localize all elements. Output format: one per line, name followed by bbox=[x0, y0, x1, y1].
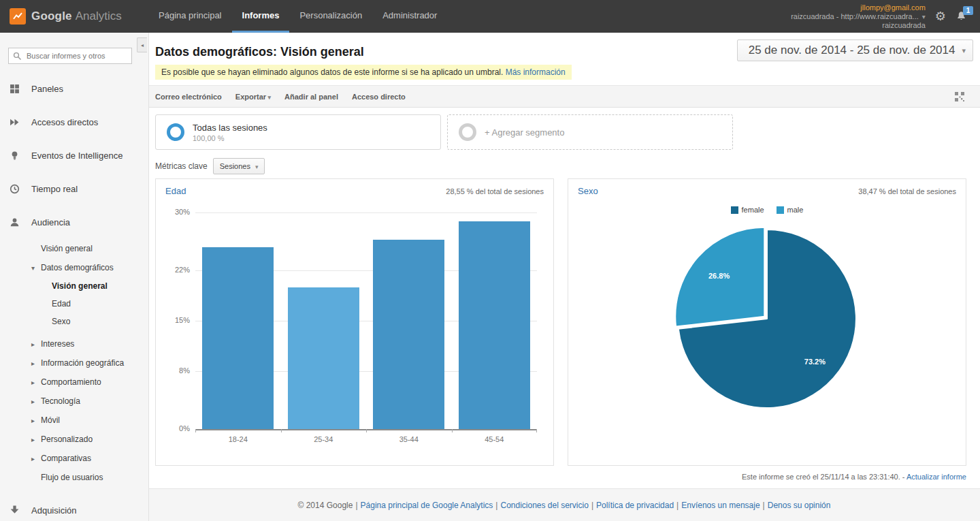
sidebar-item-label: Audiencia bbox=[31, 217, 70, 227]
bar-18-24[interactable] bbox=[202, 247, 274, 429]
legend-label: male bbox=[787, 206, 804, 214]
sidebar-item-label: Accesos directos bbox=[31, 117, 98, 127]
nav-tab-personalizacion[interactable]: Personalización bbox=[289, 0, 372, 33]
sidebar-item-label: Visión general bbox=[52, 281, 108, 291]
slice-label-female: 73.2% bbox=[804, 358, 826, 366]
sidebar-item-label: Información geográfica bbox=[41, 358, 124, 368]
account-view-label: raizcuadrada bbox=[791, 21, 926, 30]
shortcuts-icon bbox=[10, 117, 20, 128]
search-input[interactable] bbox=[8, 48, 132, 64]
axis-tick bbox=[536, 429, 537, 432]
sidebar-collapse-button[interactable]: ◂ bbox=[137, 37, 147, 52]
slice-label-male: 26.8% bbox=[708, 272, 730, 280]
sidebar-item-edad[interactable]: Edad bbox=[0, 295, 148, 313]
footer-link-denos-su-opinion[interactable]: Denos su opinión bbox=[768, 501, 831, 510]
add-segment-button[interactable]: + Agregar segmento bbox=[447, 114, 733, 150]
segment-percent: 100,00 % bbox=[193, 134, 267, 142]
sidebar-item-personalizado[interactable]: ▸Personalizado bbox=[0, 430, 148, 449]
bar-35-44[interactable] bbox=[373, 240, 444, 429]
caret-down-icon: ▾ bbox=[266, 94, 271, 101]
sidebar-item-comparativas[interactable]: ▸Comparativas bbox=[0, 449, 148, 468]
metric-selector[interactable]: Sesiones▾ bbox=[213, 158, 265, 174]
sidebar-item-audiencia[interactable]: Audiencia bbox=[0, 206, 148, 239]
sidebar-item-vision-general[interactable]: Visión general bbox=[0, 239, 148, 258]
nav-tab-pagina-principal[interactable]: Página principal bbox=[148, 0, 232, 33]
gender-card-header: Sexo 38,47 % del total de sesiones bbox=[568, 179, 966, 196]
legend-male[interactable]: male bbox=[777, 206, 804, 214]
report-created-text: Este informe se creó el 25/11/14 a las 2… bbox=[742, 473, 905, 481]
nav-tab-informes[interactable]: Informes bbox=[232, 0, 290, 33]
age-card-header: Edad 28,55 % del total de sesiones bbox=[156, 179, 553, 196]
sidebar-item-datos-demograficos[interactable]: ▾Datos demográficos bbox=[0, 258, 148, 277]
footer-link-envienos-un-mensaje[interactable]: Envíenos un mensaje bbox=[681, 501, 760, 510]
age-card: Edad 28,55 % del total de sesiones 18-24… bbox=[155, 178, 554, 466]
footer-link-politica-de-privacidad[interactable]: Política de privacidad bbox=[596, 501, 674, 510]
x-axis-label: 18-24 bbox=[195, 435, 281, 443]
bar-45-54[interactable] bbox=[459, 221, 530, 429]
sidebar-item-sexo[interactable]: Sexo bbox=[0, 313, 148, 330]
sidebar-item-eventos-de-intelligence[interactable]: Eventos de Intelligence bbox=[0, 139, 148, 172]
sidebar-item-adquisicion[interactable]: Adquisición bbox=[0, 498, 148, 521]
segments-row: Todas las sesiones 100,00 % + Agregar se… bbox=[155, 114, 733, 150]
sidebar-nav: PanelesAccesos directosEventos de Intell… bbox=[0, 72, 148, 521]
chevron-down-icon: ▾ bbox=[962, 46, 966, 55]
sidebar-item-intereses[interactable]: ▸Intereses bbox=[0, 334, 148, 353]
more-info-link[interactable]: Más información bbox=[506, 67, 566, 77]
axis-tick bbox=[195, 429, 196, 432]
sidebar-item-movil[interactable]: ▸Móvil bbox=[0, 411, 148, 430]
nav-tab-administrador[interactable]: Administrador bbox=[372, 0, 447, 33]
sidebar-item-flujo-de-usuarios[interactable]: Flujo de usuarios bbox=[0, 468, 148, 487]
page-footer: © 2014 Google |Página principal de Googl… bbox=[148, 488, 980, 521]
sidebar-item-label: Edad bbox=[52, 299, 71, 309]
y-axis-label: 15% bbox=[161, 316, 190, 324]
bar-25-34[interactable] bbox=[288, 287, 359, 429]
toolbar-exportar[interactable]: Exportar ▾ bbox=[235, 93, 271, 101]
caret-right-icon: ▸ bbox=[31, 398, 41, 405]
notifications-button[interactable]: 1 bbox=[956, 10, 968, 22]
realtime-icon bbox=[10, 184, 20, 195]
shortcuts-grid-icon[interactable] bbox=[954, 91, 965, 102]
sidebar-item-tiempo-real[interactable]: Tiempo real bbox=[0, 172, 148, 206]
account-email-link[interactable]: jllompy@gmail.com bbox=[791, 3, 926, 12]
gender-pie-chart: femalemale73.2%26.8% bbox=[568, 206, 966, 421]
legend-female[interactable]: female bbox=[731, 206, 764, 214]
sidebar-item-informacion-geografica[interactable]: ▸Información geográfica bbox=[0, 353, 148, 373]
sidebar-item-accesos-directos[interactable]: Accesos directos bbox=[0, 106, 148, 139]
gear-icon[interactable]: ⚙ bbox=[935, 10, 946, 22]
footer-link-pagina-principal-de-google-analytics[interactable]: Página principal de Google Analytics bbox=[361, 501, 493, 510]
intelligence-icon bbox=[10, 151, 20, 161]
sidebar-item-paneles[interactable]: Paneles bbox=[0, 72, 148, 106]
add-segment-label: + Agregar segmento bbox=[485, 127, 564, 138]
sidebar-search bbox=[8, 48, 132, 64]
legend-swatch bbox=[777, 206, 784, 214]
sidebar-item-comportamiento[interactable]: ▸Comportamiento bbox=[0, 373, 148, 392]
date-range-selector[interactable]: 25 de nov. de 2014 - 25 de nov. de 2014 … bbox=[737, 40, 973, 61]
caret-right-icon: ▸ bbox=[31, 360, 41, 367]
caret-down-icon: ▾ bbox=[31, 264, 41, 272]
refresh-report-link[interactable]: Actualizar informe bbox=[906, 473, 966, 481]
footer-link-condiciones-del-servicio[interactable]: Condiciones del servicio bbox=[500, 501, 588, 510]
chevron-down-icon: ▾ bbox=[255, 163, 259, 170]
axis-tick bbox=[366, 429, 367, 432]
caret-right-icon: ▸ bbox=[31, 379, 41, 386]
sidebar-item-vision-general[interactable]: Visión general bbox=[0, 277, 148, 295]
sidebar-item-label: Sexo bbox=[52, 317, 70, 326]
sidebar-item-tecnologia[interactable]: ▸Tecnología bbox=[0, 392, 148, 411]
analytics-logo-icon bbox=[10, 8, 26, 25]
toolbar-anadir-al-panel[interactable]: Añadir al panel bbox=[284, 93, 338, 101]
gender-card: Sexo 38,47 % del total de sesiones femal… bbox=[568, 178, 966, 466]
report-toolbar: Correo electrónicoExportar ▾Añadir al pa… bbox=[148, 85, 980, 108]
sidebar-item-label: Comportamiento bbox=[41, 377, 101, 387]
toolbar-actions: Correo electrónicoExportar ▾Añadir al pa… bbox=[155, 93, 419, 101]
google-analytics-logo[interactable]: Google Analytics bbox=[0, 8, 148, 25]
account-property-selector[interactable]: raizcuadrada - http://www.raizcuadra...▾ bbox=[791, 12, 926, 21]
footer-links: |Página principal de Google Analytics|Co… bbox=[353, 501, 830, 510]
age-report-link[interactable]: Edad bbox=[165, 186, 186, 196]
toolbar-correo-electronico[interactable]: Correo electrónico bbox=[155, 93, 222, 101]
key-metrics-row: Métricas clave Sesiones▾ bbox=[155, 158, 265, 174]
toolbar-acceso-directo[interactable]: Acceso directo bbox=[352, 93, 406, 101]
caret-right-icon: ▸ bbox=[31, 455, 41, 462]
account-area: jllompy@gmail.com raizcuadrada - http://… bbox=[791, 3, 980, 30]
gender-report-link[interactable]: Sexo bbox=[578, 186, 598, 196]
segment-all-sessions[interactable]: Todas las sesiones 100,00 % bbox=[155, 114, 441, 150]
